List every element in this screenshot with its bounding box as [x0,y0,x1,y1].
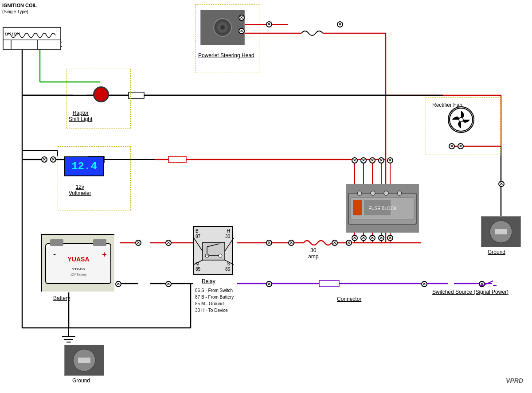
svg-point-107 [219,254,222,257]
svg-text:12V Battery: 12V Battery [70,273,87,276]
xc-pow-2: ✕ [337,21,343,27]
xc-bat-3: ✕ [266,240,272,246]
ground-bottom-label: Ground [72,377,90,384]
relay-box: B87 H30 M85 S86 [193,226,233,275]
powerlet-connector-2: ✕ [239,28,245,34]
ignition-coil-label: IGNITION COIL (Single Type) [2,2,37,15]
svg-rect-83 [3,27,61,50]
ground-bottom-image [64,345,104,376]
shift-light-circle [93,86,109,102]
xc-bat-6: ✕ [346,240,352,246]
battery-label: Battery [53,295,70,301]
xc-neg-2: ✕ [165,281,172,287]
xc-bat-1: ✕ [135,240,141,246]
rectifier-fan-icon [448,106,474,133]
relay-notes: 86 S - From Switch 87 B - From Battery 8… [195,287,234,314]
relay-label: Relay [202,278,215,284]
battery-box: YUASA YTX-BS 12V Battery - + [41,234,114,292]
svg-text:+: + [102,250,107,259]
xc-dist-b5: ✕ [387,235,393,241]
xc-dist-b3: ✕ [369,235,376,241]
svg-rect-95 [93,239,106,246]
xc-dist-b4: ✕ [378,235,384,241]
xc-dist-t2: ✕ [360,157,367,163]
xc-dist-b2: ✕ [360,235,367,241]
svg-line-103 [225,238,234,251]
voltmeter-label: 12vVoltmeter [69,184,91,196]
svg-point-118 [371,191,375,195]
xc-dist-t4: ✕ [378,157,384,163]
xc-purple-3: ✕ [421,281,427,287]
ground-right-image [481,216,521,247]
svg-point-119 [384,191,388,195]
fuse-30amp-label: 30amp [308,247,318,260]
svg-line-130 [483,281,493,285]
svg-text:FUSE BLOCK: FUSE BLOCK [368,206,397,211]
distribution-block-image: FUSE BLOCK [346,184,419,233]
xc-fan-3: ✕ [498,181,505,187]
raptor-label: RaptorShift Light [69,110,92,122]
svg-text:⌇⌇⌇⌇⌇⌇⌇⌇⌇: ⌇⌇⌇⌇⌇⌇⌇⌇⌇ [4,32,20,36]
rectifier-fan-label: Rectifier Fan [432,102,462,108]
xc-bat-5: ✕ [332,240,338,246]
svg-line-104 [194,260,203,265]
connector-label: Connector [337,296,361,302]
xc-purple-1: ✕ [266,281,272,287]
xc-neg-1: ✕ [115,281,121,287]
xc-fan-2: ✕ [458,143,464,149]
voltmeter-display: 12.4 [64,156,104,176]
xc-volt-1: ✕ [41,156,47,163]
xc-volt-2: ✕ [50,156,56,163]
switched-source-label: Switched Source (Signal Power) [432,289,509,295]
xc-dist-t5: ✕ [387,157,393,163]
svg-point-120 [397,191,402,195]
svg-rect-114 [353,200,362,215]
powerlet-image [200,10,245,45]
svg-text:-: - [53,250,56,259]
powerlet-connector-1: ✕ [239,15,245,21]
svg-point-91 [220,25,225,30]
xc-bat-4: ✕ [288,240,294,246]
xc-dist-t1: ✕ [352,157,358,163]
svg-text:YTX-BS: YTX-BS [72,267,85,271]
svg-rect-94 [50,239,63,246]
svg-point-117 [357,191,362,195]
svg-rect-46 [168,156,186,163]
powerlet-label: Powerlet Steering Head [198,52,254,58]
xc-bat-2: ✕ [165,240,172,246]
logo: VPRD [506,377,523,384]
xc-dist-t3: ✕ [369,157,376,163]
svg-point-122 [459,117,463,122]
xc-fan-1: ✕ [449,143,455,149]
svg-line-105 [225,260,234,265]
xc-pow-1: ✕ [266,21,272,27]
svg-text:YUASA: YUASA [67,256,89,263]
svg-rect-33 [129,92,144,98]
voltmeter-dashbox [58,146,131,210]
svg-line-102 [194,238,203,251]
svg-rect-128 [495,229,507,234]
svg-rect-63 [319,280,339,287]
svg-rect-125 [78,358,90,363]
xc-dist-b1: ✕ [352,235,358,241]
ground-right-label: Ground [488,249,505,255]
